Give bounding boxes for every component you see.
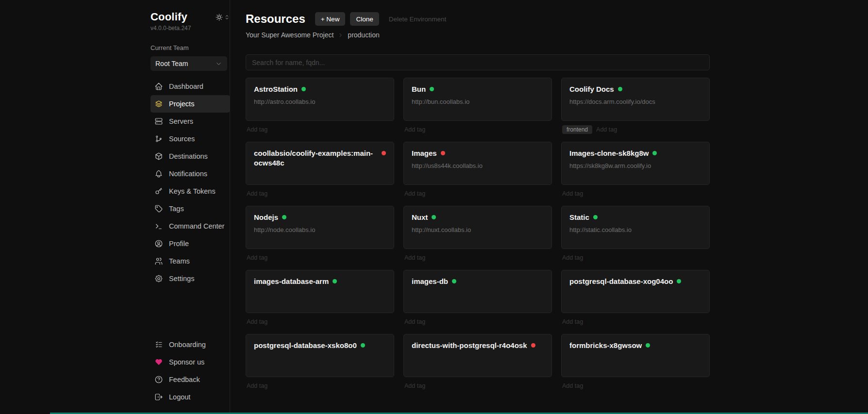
resource-card[interactable]: images-database-arm [246, 270, 394, 313]
add-tag-button[interactable]: Add tag [404, 382, 425, 389]
clone-button[interactable]: Clone [350, 12, 379, 26]
add-tag-button[interactable]: Add tag [404, 190, 425, 197]
resource-cell: Images-clone-sk8kg8whttps://sk8kg8w.arm.… [561, 142, 710, 198]
app-version: v4.0.0-beta.247 [150, 25, 230, 32]
sidebar-item-sponsor-us[interactable]: Sponsor us [150, 353, 230, 371]
resource-cell: Nodejshttp://node.coollabs.ioAdd tag [246, 206, 394, 262]
resource-url: http://bun.coollabs.io [412, 98, 544, 105]
resource-card[interactable]: Statichttp://static.coollabs.io [561, 206, 710, 249]
add-tag-button[interactable]: Add tag [247, 254, 267, 261]
resource-card[interactable]: AstroStationhttp://astro.coollabs.io [246, 78, 394, 121]
status-green-dot [618, 87, 622, 91]
resource-card[interactable]: images-db [403, 270, 552, 313]
tag-row: Add tag [561, 381, 710, 390]
add-tag-button[interactable]: Add tag [404, 254, 425, 261]
sidebar-item-label: Dashboard [169, 83, 203, 90]
sidebar-item-label: Sources [169, 135, 195, 143]
resource-card[interactable]: postgresql-database-xsko8o0 [246, 334, 394, 377]
search-input[interactable] [246, 54, 710, 70]
add-tag-button[interactable]: Add tag [596, 126, 617, 133]
heart-icon [154, 358, 163, 366]
tag-pill[interactable]: frontend [562, 125, 592, 134]
chevron-down-icon [215, 60, 222, 67]
sidebar-item-sources[interactable]: Sources [150, 130, 230, 148]
sidebar-item-tags[interactable]: Tags [150, 200, 230, 217]
resource-card-header: Images [412, 149, 544, 158]
resource-card-header: Nuxt [412, 213, 544, 222]
sidebar-item-servers[interactable]: Servers [150, 113, 230, 130]
resource-card[interactable]: Coolify Docshttps://docs.arm.coolify.io/… [561, 78, 710, 121]
resource-cell: postgresql-database-xog04ooAdd tag [561, 270, 710, 326]
breadcrumb-project[interactable]: Your Super Awesome Project [246, 31, 334, 39]
sun-icon [215, 13, 223, 21]
sidebar-item-label: Keys & Tokens [169, 187, 216, 195]
sidebar-item-notifications[interactable]: Notifications [150, 165, 230, 182]
resource-name: Coolify Docs [569, 84, 614, 94]
add-tag-button[interactable]: Add tag [247, 382, 267, 389]
current-team-label: Current Team [150, 44, 230, 51]
box-icon [154, 152, 163, 161]
resource-card-header: coollabsio/coolify-examples:main-ocws48c [254, 149, 386, 167]
resource-cell: images-dbAdd tag [403, 270, 552, 326]
resource-card[interactable]: formbricks-x8gwsow [561, 334, 710, 377]
add-tag-button[interactable]: Add tag [562, 190, 583, 197]
resource-name: AstroStation [254, 84, 298, 94]
tag-row: Add tag [403, 189, 552, 198]
terminal-icon [154, 222, 163, 231]
resource-card[interactable]: directus-with-postgresql-r4o4osk [403, 334, 552, 377]
add-tag-button[interactable]: Add tag [247, 126, 267, 133]
sidebar-item-logout[interactable]: Logout [150, 388, 230, 406]
resource-card[interactable]: Bunhttp://bun.coollabs.io [403, 78, 552, 121]
status-green-dot [652, 151, 657, 155]
resource-card[interactable]: Images-clone-sk8kg8whttps://sk8kg8w.arm.… [561, 142, 710, 185]
sidebar-item-onboarding[interactable]: Onboarding [150, 336, 230, 353]
add-tag-button[interactable]: Add tag [562, 254, 583, 261]
sidebar-item-label: Tags [169, 205, 184, 213]
resource-card[interactable]: Nuxthttp://nuxt.coollabs.io [403, 206, 552, 249]
status-green-dot [282, 215, 286, 219]
breadcrumb-environment[interactable]: production [348, 31, 379, 39]
add-tag-button[interactable]: Add tag [562, 318, 583, 325]
sidebar-item-command-center[interactable]: Command Center [150, 217, 230, 235]
sidebar-item-profile[interactable]: Profile [150, 235, 230, 252]
add-tag-button[interactable]: Add tag [404, 126, 425, 133]
resource-cell: Imageshttp://us8s44k.coollabs.ioAdd tag [403, 142, 552, 198]
resource-name: images-db [412, 277, 448, 286]
sidebar-item-label: Notifications [169, 170, 207, 178]
resource-card-header: directus-with-postgresql-r4o4osk [412, 341, 544, 350]
sidebar-nav: DashboardProjectsServersSourcesDestinati… [150, 78, 230, 287]
team-select[interactable]: Root Team [150, 56, 227, 71]
resource-card[interactable]: Nodejshttp://node.coollabs.io [246, 206, 394, 249]
sidebar-item-keys-tokens[interactable]: Keys & Tokens [150, 182, 230, 200]
sidebar-item-destinations[interactable]: Destinations [150, 148, 230, 165]
resource-card[interactable]: coollabsio/coolify-examples:main-ocws48c [246, 142, 394, 185]
resource-card[interactable]: postgresql-database-xog04oo [561, 270, 710, 313]
resource-card-header: Images-clone-sk8kg8w [569, 149, 701, 158]
resource-name: postgresql-database-xog04oo [569, 277, 673, 286]
sidebar-item-projects[interactable]: Projects [150, 95, 230, 113]
resource-card-header: postgresql-database-xsko8o0 [254, 341, 386, 350]
theme-toggle[interactable] [215, 13, 230, 21]
resource-cell: formbricks-x8gwsowAdd tag [561, 334, 710, 390]
sidebar-item-label: Onboarding [169, 341, 206, 348]
new-button[interactable]: + New [315, 12, 346, 26]
sidebar-item-feedback[interactable]: Feedback [150, 371, 230, 388]
resource-card[interactable]: Imageshttp://us8s44k.coollabs.io [403, 142, 552, 185]
sidebar-item-dashboard[interactable]: Dashboard [150, 78, 230, 95]
status-green-dot [677, 279, 681, 283]
add-tag-button[interactable]: Add tag [404, 318, 425, 325]
sidebar-item-teams[interactable]: Teams [150, 252, 230, 270]
resource-name: Static [569, 213, 589, 222]
sidebar-item-settings[interactable]: Settings [150, 270, 230, 287]
resource-card-header: images-database-arm [254, 277, 386, 286]
tag-row: Add tag [246, 253, 394, 262]
add-tag-button[interactable]: Add tag [247, 318, 267, 325]
delete-environment-button[interactable]: Delete Environment [389, 16, 447, 23]
tag-row: Add tag [246, 381, 394, 390]
add-tag-button[interactable]: Add tag [562, 382, 583, 389]
add-tag-button[interactable]: Add tag [247, 190, 267, 197]
resource-card-header: Nodejs [254, 213, 386, 222]
checklist-icon [154, 340, 163, 349]
sidebar-item-label: Projects [169, 100, 194, 108]
status-green-dot [361, 343, 365, 348]
